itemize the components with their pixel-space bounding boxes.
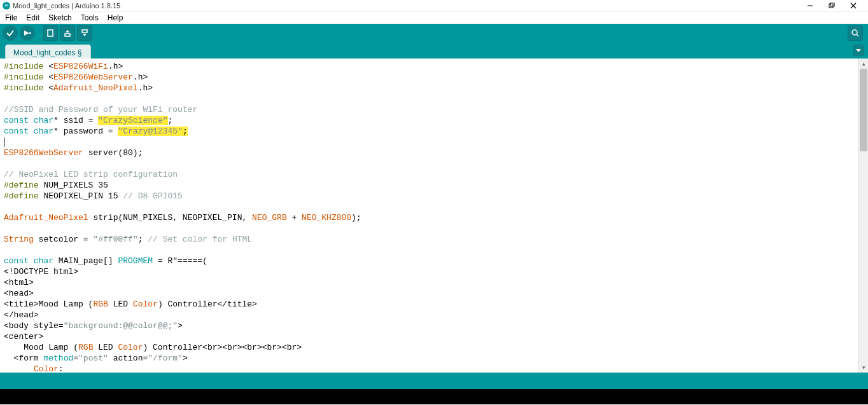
- close-button[interactable]: [849, 1, 858, 10]
- kw-include: #include: [4, 62, 43, 71]
- verify-button[interactable]: [3, 25, 18, 41]
- window-controls: [806, 1, 865, 10]
- save-button[interactable]: [77, 25, 92, 41]
- save-down-icon: [80, 29, 89, 38]
- svg-point-12: [852, 30, 857, 35]
- arrow-right-icon: [23, 29, 32, 38]
- editor-area: #include <ESP8266WiFi.h> #include <ESP82…: [0, 58, 868, 373]
- svg-marker-14: [856, 49, 861, 52]
- svg-rect-1: [829, 4, 833, 8]
- tab-menu-dropdown[interactable]: [853, 45, 864, 56]
- open-button[interactable]: [60, 25, 75, 41]
- open-up-icon: [63, 29, 72, 38]
- tab-bar: Mood_light_codes §: [0, 42, 868, 58]
- menubar: File Edit Sketch Tools Help: [0, 11, 868, 24]
- svg-marker-9: [66, 30, 69, 32]
- svg-rect-2: [830, 3, 834, 6]
- text-cursor: [4, 137, 4, 147]
- svg-rect-8: [65, 34, 70, 36]
- minimize-button[interactable]: [806, 1, 815, 10]
- arduino-app-icon: ∞: [3, 2, 10, 10]
- menu-sketch[interactable]: Sketch: [46, 13, 74, 22]
- window-title: Mood_light_codes | Arduino 1.8.15: [13, 2, 806, 10]
- svg-marker-11: [83, 34, 87, 36]
- serial-monitor-button[interactable]: [848, 25, 863, 41]
- tab-label: Mood_light_codes §: [13, 48, 81, 57]
- toolbar: [0, 24, 868, 42]
- chevron-down-icon: [855, 47, 862, 53]
- svg-line-13: [857, 34, 858, 36]
- svg-marker-5: [24, 31, 29, 36]
- menu-edit[interactable]: Edit: [24, 13, 42, 22]
- menu-tools[interactable]: Tools: [78, 13, 101, 22]
- new-file-icon: [46, 29, 55, 38]
- code-editor[interactable]: #include <ESP8266WiFi.h> #include <ESP82…: [0, 58, 858, 373]
- svg-rect-10: [82, 30, 87, 32]
- maximize-button[interactable]: [827, 1, 836, 10]
- svg-rect-7: [48, 30, 53, 36]
- upload-button[interactable]: [20, 25, 35, 41]
- menu-file[interactable]: File: [3, 13, 20, 22]
- scroll-up-button[interactable]: ▴: [858, 58, 868, 69]
- menu-help[interactable]: Help: [105, 13, 126, 22]
- output-console[interactable]: [0, 389, 868, 404]
- window-titlebar: ∞ Mood_light_codes | Arduino 1.8.15: [0, 0, 868, 11]
- new-button[interactable]: [43, 25, 58, 41]
- tab-sketch[interactable]: Mood_light_codes §: [5, 45, 91, 58]
- scroll-thumb[interactable]: [860, 69, 867, 151]
- check-icon: [6, 29, 15, 38]
- status-bar: [0, 373, 868, 389]
- scroll-down-button[interactable]: ▾: [858, 362, 868, 373]
- vertical-scrollbar[interactable]: ▴ ▾: [858, 58, 868, 373]
- serial-monitor-icon: [851, 29, 860, 38]
